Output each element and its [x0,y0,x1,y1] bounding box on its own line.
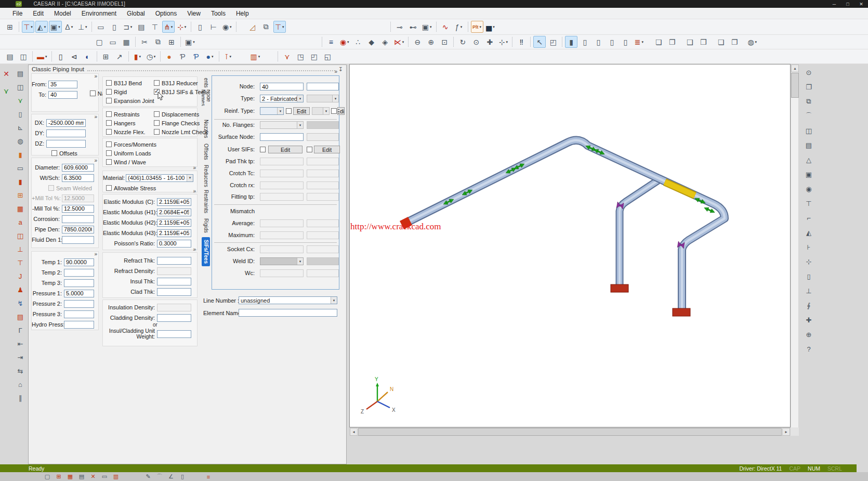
dropdown-arrow-icon[interactable]: ▾ [185,25,187,29]
clad-den-input[interactable] [157,314,191,322]
tools-icon[interactable]: ƒ▾ [453,21,465,33]
dropdown-arrow-icon[interactable]: ▾ [297,258,303,265]
view-diamond-icon[interactable]: ◆ [365,36,378,48]
uniform-loads-checkbox[interactable] [106,150,112,156]
top-view-icon[interactable]: ❏ [715,36,727,48]
dropdown-arrow-icon[interactable]: ▾ [212,55,214,59]
jcurve-red-icon[interactable]: J [14,270,27,282]
close-button[interactable]: ✕ [854,2,868,7]
tee-icon[interactable]: ⊤ [149,21,161,33]
support-chair-icon[interactable]: ⊾ [14,122,27,133]
dropdown-arrow-icon[interactable]: ▾ [154,55,156,59]
merge-element-icon[interactable]: ⊷ [407,21,419,33]
dropdown-arrow-icon[interactable]: ▾ [347,40,349,44]
menu-item-model[interactable]: Model [49,9,76,18]
mirror-icon[interactable]: ⋉▾ [392,36,406,48]
nozzle-flex-checkbox[interactable] [106,129,112,135]
grid-small-icon[interactable]: ⊞ [100,50,112,62]
back-view-icon[interactable]: ❒ [697,36,709,48]
fluid-den-input[interactable] [62,236,94,244]
node-input-2[interactable] [307,83,339,90]
close-panel-icon[interactable]: ✕ [0,68,12,80]
valve-blue-icon[interactable]: ◐ [82,50,94,62]
flange-icon[interactable]: ⊢ [207,21,220,33]
aux-tab-sifs-tees[interactable]: SIFs/Tees [202,237,210,266]
cylinder-orange-icon[interactable]: ▮ [14,149,27,160]
delta-dimension-icon[interactable]: Δ▾ [63,21,75,33]
orbit-tool-icon[interactable]: ⊙ [803,67,815,78]
vertical-scroll-thumb[interactable] [791,73,799,98]
corner-box2-icon[interactable]: ◰ [308,50,320,62]
compass-icon[interactable]: ◉ [803,183,815,194]
break-element-icon[interactable]: ⊸ [393,21,406,33]
hammer-icon[interactable]: Γ [14,324,27,336]
b31j-bend-checkbox[interactable] [106,80,112,86]
dropdown-arrow-icon[interactable]: ▾ [282,25,284,29]
user-sifs-checkbox[interactable] [260,147,266,152]
home-icon[interactable]: ⌂ [14,379,27,390]
new-file-icon[interactable]: ▢ [93,36,106,48]
open-file-icon[interactable]: ▭ [107,36,119,48]
dropdown-arrow-icon[interactable]: ▾ [31,25,33,29]
tee-red-icon[interactable]: ⊤ [14,257,27,268]
mini-list-icon[interactable]: ≡ [203,473,214,480]
plot-icon[interactable]: Plt▾ [471,21,483,33]
render-wire-icon[interactable]: ▯ [606,36,618,48]
mini-box-icon[interactable]: ▭ [99,473,110,480]
pipe-orange-icon[interactable]: ● [163,50,176,62]
iso-view-icon[interactable]: ❏ [652,36,665,48]
iso-view-2-icon[interactable]: ❐ [666,36,678,48]
valve-tool-icon[interactable]: ◭ [803,227,815,238]
dropdown-arrow-icon[interactable]: ▾ [171,25,173,29]
pressure1-input[interactable] [64,290,94,297]
tee-tool-icon[interactable]: ⊤ [803,198,815,209]
list-options-icon[interactable]: ≡ [325,36,337,48]
list-red-icon[interactable]: ▤ [14,311,27,322]
aux-tab-offsets[interactable]: Offsets [202,141,210,162]
corner-box3-icon[interactable]: ◱ [321,50,334,62]
input-list-icon[interactable]: ◫ [14,81,27,93]
column-display-icon[interactable]: ≣▾ [633,36,645,48]
from-input[interactable] [48,81,77,88]
b31j-reducer-checkbox[interactable] [154,80,160,86]
expand-chevron-icon[interactable]: » [193,246,195,252]
reinf-edit-button-2[interactable]: Edit [337,107,345,115]
dropdown-arrow-icon[interactable]: ▾ [402,40,404,44]
aux-tab-restraints[interactable]: Restraints [202,189,210,214]
dropdown-arrow-icon[interactable]: ▾ [297,122,303,128]
rigid-checkbox[interactable] [106,89,112,95]
flag-icon[interactable]: ⊐▾ [122,21,134,33]
dynamic-analysis-icon[interactable]: ∿ [439,21,452,33]
mini-grid-icon[interactable]: ⊞ [54,473,64,480]
restraint-bed-icon[interactable]: ▭ [95,21,107,33]
expansion-joint-icon[interactable]: ▤ [135,21,148,33]
record-icon[interactable]: ◉▾ [338,36,351,48]
tee-check-icon[interactable]: ⊤▾ [273,21,286,33]
print-icon[interactable]: ▣▾ [183,36,196,48]
mini-ruler-icon[interactable]: ▯ [177,473,188,480]
dropdown-arrow-icon[interactable]: ▾ [193,40,195,44]
cut-icon[interactable]: ✂ [138,36,151,48]
support-tool-icon[interactable]: ⊥ [803,285,815,296]
dropdown-arrow-icon[interactable]: ▾ [45,55,47,59]
dropdown-arrow-icon[interactable]: ▾ [277,108,283,114]
allowable-stress-checkbox[interactable] [106,185,112,191]
eh2-input[interactable] [157,219,191,227]
review-units-icon[interactable]: ◫ [17,50,30,62]
menu-item-options[interactable]: Options [150,9,182,18]
delta-tool-icon[interactable]: △ [803,154,815,165]
spring-icon[interactable]: ∮ [803,300,815,311]
user-sifs-edit-button-2[interactable]: Edit [314,146,340,153]
world-icon[interactable]: ◍ [14,135,27,147]
mini-doc-icon[interactable]: ▤ [76,473,87,480]
thermo-icon[interactable]: ▮ [14,176,27,187]
hydro-input[interactable] [64,321,94,329]
menu-item-tools[interactable]: Tools [206,9,231,18]
perspective-icon[interactable]: ◍▾ [746,36,758,48]
dropdown-arrow-icon[interactable]: ▾ [258,55,260,59]
reinf-checkbox[interactable] [286,108,292,114]
reinf-edit-button[interactable]: Edit [293,107,310,115]
paste-icon[interactable]: ⊞ [165,36,178,48]
eh1-input[interactable] [157,209,191,216]
pan-node-icon[interactable]: ⊹▾ [497,36,509,48]
